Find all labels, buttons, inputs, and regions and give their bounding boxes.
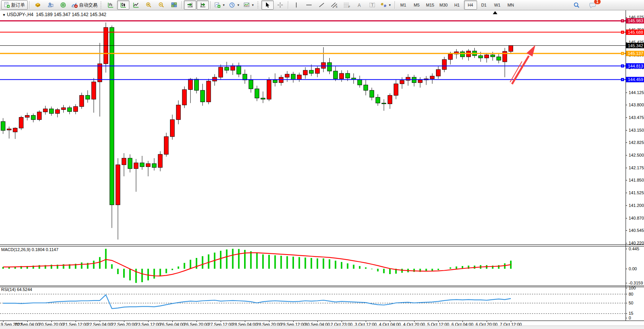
timeframe-h4-button[interactable]: H4 xyxy=(464,0,477,10)
macd-tick-label: 0.00 xyxy=(629,266,637,271)
horizontal-line-tool-button[interactable] xyxy=(303,0,315,10)
macd-tick-label: 0.445 xyxy=(629,246,639,251)
candle-bearish xyxy=(382,103,386,104)
candle-bullish xyxy=(315,68,320,73)
timeframe-d1-button[interactable]: D1 xyxy=(477,0,490,10)
line-handle-dot xyxy=(622,66,623,66)
candle-bearish xyxy=(358,79,362,85)
zoom-in-icon xyxy=(145,2,152,8)
text-tool-button[interactable]: A xyxy=(353,0,366,10)
chart-canvas[interactable]: 146.075145.750145.425145.100144.775144.4… xyxy=(0,10,644,329)
timeframe-m5-button[interactable]: M5 xyxy=(410,0,423,10)
chart-shift-icon xyxy=(200,2,206,8)
text-label-icon: T xyxy=(369,2,376,8)
new-order-button[interactable]: 新订单 xyxy=(1,0,28,10)
market-watch-icon xyxy=(35,2,41,8)
chevron-down-icon: ▼ xyxy=(388,3,391,7)
indicators-button[interactable]: ▼ xyxy=(213,0,227,10)
equidistant-channel-tool-button[interactable]: E xyxy=(328,0,340,10)
price-tag-label: 145.983 xyxy=(628,18,643,23)
candle-bullish xyxy=(219,67,223,77)
candle-bearish xyxy=(200,90,205,102)
auto-scroll-button[interactable] xyxy=(184,0,196,10)
auto-scroll-icon xyxy=(187,2,193,8)
candle-bullish xyxy=(43,109,48,112)
svg-text:E: E xyxy=(336,5,338,8)
candle-bullish xyxy=(25,116,30,117)
candlestick-mode-button[interactable] xyxy=(117,0,129,10)
timeframe-m1-button[interactable]: M1 xyxy=(397,0,410,10)
price-tick-label: 140.220 xyxy=(629,241,644,245)
price-tick-label: 143.150 xyxy=(629,128,644,132)
candle-bearish xyxy=(479,56,483,58)
zoom-out-button[interactable] xyxy=(155,0,167,10)
autotrading-button[interactable]: 自动交易 xyxy=(69,0,99,10)
price-tick-label: 140.870 xyxy=(629,216,644,220)
toolbar-separator xyxy=(395,1,395,9)
line-chart-icon xyxy=(133,2,139,8)
candle-bullish xyxy=(7,129,11,130)
rsi-axis[interactable]: 1008050150 xyxy=(0,286,636,320)
candle-bullish xyxy=(170,120,175,137)
price-tag-label: 144.459 xyxy=(628,77,643,82)
crosshair-icon xyxy=(277,2,283,8)
periods-button[interactable]: ▼ xyxy=(227,0,241,10)
trend-arrow-head[interactable] xyxy=(527,45,535,56)
main-toolbar: 新订单 自动交易 xyxy=(0,0,644,10)
data-window-button[interactable] xyxy=(44,0,56,10)
text-label-tool-button[interactable]: T xyxy=(366,0,378,10)
cursor-tool-button[interactable] xyxy=(261,0,274,10)
candle-bullish xyxy=(188,79,193,89)
candle-bearish xyxy=(461,52,465,57)
candle-bullish xyxy=(418,80,422,83)
vertical-line-tool-button[interactable] xyxy=(290,0,302,10)
indicators-icon xyxy=(214,2,221,8)
candle-bearish xyxy=(370,90,374,97)
text-icon: A xyxy=(357,2,362,8)
trendline-tool-button[interactable] xyxy=(315,0,328,10)
price-axis[interactable]: 146.075145.750145.425145.100144.775144.4… xyxy=(626,15,644,245)
autotrading-label: 自动交易 xyxy=(79,2,97,8)
line-chart-mode-button[interactable] xyxy=(130,0,142,10)
price-tick-label: 141.525 xyxy=(629,190,644,195)
price-tag-label: 145.688 xyxy=(628,30,643,35)
line-handle-dot xyxy=(622,79,623,80)
chart-ohlc-values: 145.189 145.347 145.142 145.342 xyxy=(36,12,107,17)
candle-bullish xyxy=(321,63,325,68)
notifications-button[interactable]: 1 xyxy=(586,0,599,10)
search-button[interactable] xyxy=(570,0,583,10)
toolbar-separator xyxy=(288,1,289,9)
trend-arrow-annotation[interactable] xyxy=(510,45,535,84)
chart-title: ▼USDJPY-,H4 145.189 145.347 145.142 145.… xyxy=(2,12,106,17)
price-tick-label: 143.475 xyxy=(629,115,644,120)
bar-chart-mode-button[interactable] xyxy=(104,0,117,10)
candle-bearish xyxy=(50,109,54,114)
chart-title-marker-icon: ▼ xyxy=(2,13,6,17)
candle-bearish xyxy=(255,89,259,98)
market-watch-button[interactable] xyxy=(31,0,44,10)
chart-shift-marker[interactable] xyxy=(493,11,497,14)
timeframe-w1-button[interactable]: W1 xyxy=(491,0,504,10)
bar-chart-icon xyxy=(107,2,114,8)
arrows-tool-button[interactable]: ▼ xyxy=(379,0,393,10)
candle-bullish xyxy=(448,54,452,60)
price-tick-label: 144.125 xyxy=(629,90,644,95)
candle-bullish xyxy=(182,89,187,105)
timeframe-mn-button[interactable]: MN xyxy=(504,0,517,10)
crosshair-tool-button[interactable] xyxy=(274,0,286,10)
zoom-in-button[interactable] xyxy=(142,0,155,10)
price-tick-label: 140.545 xyxy=(629,228,644,233)
candle-bearish xyxy=(128,158,132,169)
macd-panel xyxy=(3,249,511,283)
fibonacci-tool-button[interactable]: F xyxy=(341,0,353,10)
macd-axis[interactable]: 0.4450.00-0.3159 xyxy=(626,246,643,285)
tile-windows-button[interactable] xyxy=(168,0,180,10)
templates-button[interactable]: ▼ xyxy=(242,0,256,10)
timeframe-h1-button[interactable]: H1 xyxy=(451,0,464,10)
candle-bullish xyxy=(146,164,150,167)
chart-shift-button[interactable] xyxy=(197,0,209,10)
candle-bearish xyxy=(249,80,253,89)
navigator-button[interactable] xyxy=(57,0,69,10)
timeframe-m30-button[interactable]: M30 xyxy=(437,0,450,10)
timeframe-m15-button[interactable]: M15 xyxy=(424,0,437,10)
